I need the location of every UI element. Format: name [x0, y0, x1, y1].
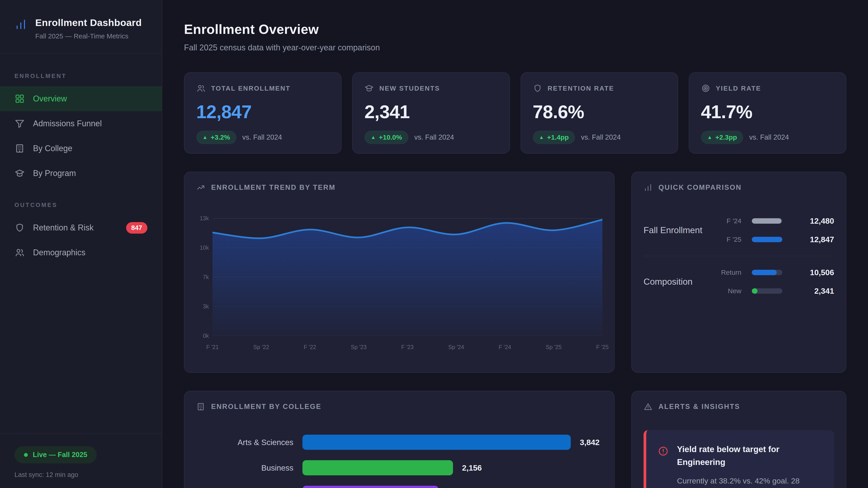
alert-title: Yield rate below target for Engineering — [677, 443, 813, 469]
y-tick-label: 7k — [203, 274, 209, 281]
college-bar — [303, 486, 438, 488]
comparison-group: CompositionReturn10,506New2,341 — [644, 268, 834, 295]
sidebar-section-label: OUTCOMES — [0, 201, 162, 208]
trend-x-axis: F '21Sp '22F '22Sp '23F '23Sp '24F '24Sp… — [213, 344, 602, 351]
comparison-row-value: 2,341 — [782, 287, 834, 295]
x-tick-label: Sp '24 — [448, 344, 464, 350]
up-arrow-icon: ▲ — [707, 135, 712, 140]
sidebar-item-label: By Program — [33, 168, 76, 178]
sidebar-item-label: Admissions Funnel — [33, 119, 102, 128]
sidebar-item-overview[interactable]: Overview — [0, 86, 162, 111]
enrollment-by-college-panel: ENROLLMENT BY COLLEGE Arts & Sciences3,8… — [184, 391, 615, 488]
live-status-label: Live — Fall 2025 — [33, 451, 87, 459]
x-tick-label: Sp '25 — [546, 344, 561, 350]
comparison-row-label: Return — [711, 269, 741, 276]
warning-triangle-icon — [644, 402, 653, 411]
trend-panel-title: ENROLLMENT TREND BY TERM — [211, 184, 336, 192]
sidebar-item-admissions-funnel[interactable]: Admissions Funnel — [0, 111, 162, 136]
y-tick-label: 10k — [200, 245, 209, 251]
delta-value: +1.4pp — [547, 133, 569, 141]
kpi-card-retention-rate: RETENTION RATE78.6%▲+1.4ppvs. Fall 2024 — [521, 72, 678, 154]
delta-note: vs. Fall 2024 — [581, 133, 621, 141]
quick-comparison-header: QUICK COMPARISON — [644, 183, 834, 192]
users-icon — [14, 248, 25, 258]
up-arrow-icon: ▲ — [203, 135, 208, 140]
by-college-header: ENROLLMENT BY COLLEGE — [196, 402, 602, 411]
page-subtitle: Fall 2025 census data with year-over-yea… — [184, 43, 846, 53]
delta-badge: ▲+2.3pp — [701, 131, 743, 144]
sidebar-item-demographics[interactable]: Demographics — [0, 240, 162, 265]
kpi-value: 12,847 — [196, 103, 329, 121]
x-tick-label: F '22 — [304, 344, 316, 350]
comparison-row-value: 12,480 — [782, 217, 834, 225]
trend-panel-header: ENROLLMENT TREND BY TERM — [196, 183, 602, 192]
alerts-header: ALERTS & INSIGHTS — [644, 402, 834, 411]
sidebar-item-label: Demographics — [33, 248, 86, 257]
comparison-row: Return10,506 — [711, 268, 834, 277]
y-tick-label: 13k — [200, 215, 209, 222]
delta-value: +2.3pp — [715, 133, 737, 141]
live-status-badge: Live — Fall 2025 — [14, 446, 97, 463]
college-label: Arts & Sciences — [196, 438, 293, 447]
kpi-card-row: TOTAL ENROLLMENT12,847▲+3.2%vs. Fall 202… — [184, 72, 846, 154]
comparison-row: F '2512,847 — [711, 235, 834, 244]
target-icon — [701, 84, 710, 93]
mini-bar — [752, 237, 782, 242]
sidebar-item-retention-risk[interactable]: Retention & Risk847 — [0, 215, 162, 240]
kpi-value: 41.7% — [701, 103, 834, 121]
delta-note: vs. Fall 2024 — [242, 133, 282, 141]
delta-badge: ▲+10.0% — [364, 131, 408, 144]
up-arrow-icon: ▲ — [539, 135, 544, 140]
sidebar-item-by-college[interactable]: By College — [0, 136, 162, 161]
kpi-card-yield-rate: YIELD RATE41.7%▲+2.3ppvs. Fall 2024 — [689, 72, 846, 154]
alert-circle-icon — [657, 444, 669, 455]
logo-bar-chart-icon — [14, 17, 27, 30]
college-label: Business — [196, 463, 293, 473]
x-tick-label: F '21 — [206, 344, 219, 350]
kpi-value: 78.6% — [533, 103, 666, 121]
enrollment-dashboard-app: Enrollment Dashboard Fall 2025 — Real-Ti… — [0, 0, 868, 488]
sidebar-item-label: Overview — [33, 94, 67, 103]
sidebar-header: Enrollment Dashboard Fall 2025 — Real-Ti… — [0, 0, 162, 54]
trend-y-axis: 13k10k7k3k0k — [196, 218, 213, 336]
grid-icon — [14, 94, 25, 104]
college-value: 2,156 — [462, 463, 482, 473]
app-subtitle: Fall 2025 — Real-Time Metrics — [35, 32, 142, 40]
college-bar — [303, 435, 571, 450]
delta-value: +3.2% — [211, 133, 230, 141]
delta-badge: ▲+3.2% — [196, 131, 237, 144]
users-icon — [196, 84, 206, 93]
grad-cap-icon — [14, 168, 25, 178]
mini-bar — [752, 270, 782, 275]
building-icon — [196, 402, 205, 411]
page-title: Enrollment Overview — [184, 22, 846, 37]
college-bar-row: Engineering1,947 — [196, 486, 602, 488]
shield-icon — [14, 223, 25, 233]
mini-bar — [752, 288, 782, 294]
comparison-row-value: 10,506 — [782, 268, 834, 277]
live-dot-icon — [24, 453, 28, 457]
quick-comparison-title: QUICK COMPARISON — [658, 184, 742, 192]
main-content: Enrollment Overview Fall 2025 census dat… — [162, 0, 868, 488]
x-tick-label: Sp '23 — [351, 344, 367, 350]
comparison-group: Fall EnrollmentF '2412,480F '2512,847 — [644, 217, 834, 244]
kpi-card-total-enrollment: TOTAL ENROLLMENT12,847▲+3.2%vs. Fall 202… — [184, 72, 342, 154]
y-tick-label: 3k — [203, 303, 209, 310]
app-title: Enrollment Dashboard — [35, 17, 142, 28]
college-bar — [303, 460, 453, 475]
college-value: 3,842 — [580, 438, 600, 447]
delta-note: vs. Fall 2024 — [414, 133, 454, 141]
x-tick-label: F '24 — [499, 344, 511, 350]
mini-bar — [752, 218, 782, 224]
comparison-group-label: Fall Enrollment — [644, 225, 711, 235]
sidebar: Enrollment Dashboard Fall 2025 — Real-Ti… — [0, 0, 162, 488]
bar-chart-icon — [644, 183, 653, 192]
comparison-row-value: 12,847 — [782, 235, 834, 244]
alert-count-badge: 847 — [126, 222, 147, 234]
kpi-label: RETENTION RATE — [548, 85, 614, 92]
sidebar-item-label: By College — [33, 144, 72, 153]
sidebar-item-by-program[interactable]: By Program — [0, 161, 162, 186]
comparison-row: New2,341 — [711, 287, 834, 295]
divider — [644, 256, 834, 256]
sidebar-footer: Live — Fall 2025 Last sync: 12 min ago — [0, 433, 162, 488]
